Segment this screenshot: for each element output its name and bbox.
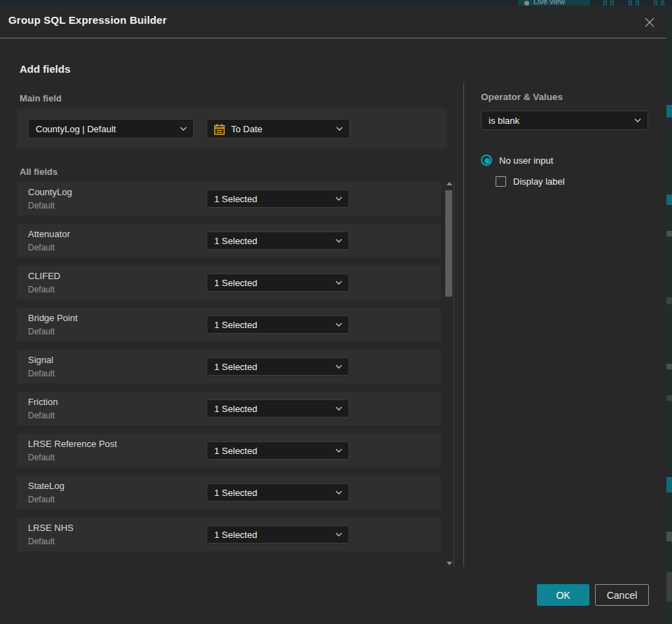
close-icon [644, 17, 655, 28]
no-user-input-label: No user input [499, 155, 553, 166]
main-field-select[interactable]: CountyLog | Default [28, 119, 194, 139]
all-fields-label: All fields [20, 166, 57, 177]
no-user-input-radio[interactable]: No user input [481, 155, 553, 166]
toolbar-icon-fragment [603, 1, 614, 6]
field-row: Attenuator Default 1 Selected [17, 224, 441, 257]
operator-select-value: is blank [489, 115, 519, 126]
main-field-label: Main field [20, 93, 62, 104]
field-subtitle: Default [28, 327, 55, 336]
field-name: StateLog [28, 481, 64, 491]
field-name: Signal [28, 355, 53, 365]
display-label-checkbox[interactable]: Display label [496, 176, 565, 187]
field-values-select-value: 1 Selected [214, 446, 257, 456]
field-subtitle: Default [28, 411, 55, 420]
field-values-select-value: 1 Selected [214, 530, 257, 540]
field-name: CountyLog [28, 187, 72, 197]
field-values-select[interactable]: 1 Selected [206, 399, 349, 418]
field-values-select-value: 1 Selected [214, 362, 257, 372]
field-values-select[interactable]: 1 Selected [206, 525, 349, 544]
status-dot-icon [524, 1, 529, 6]
field-values-select-value: 1 Selected [214, 278, 257, 288]
field-values-select[interactable]: 1 Selected [206, 315, 349, 334]
field-type-select-value: To Date [231, 124, 262, 134]
dialog-title: Group SQL Expression Builder [8, 14, 167, 26]
live-view-button: Live view [518, 0, 590, 6]
chevron-down-icon [335, 281, 342, 285]
chevron-down-icon [335, 406, 342, 411]
chevron-down-icon [634, 118, 641, 122]
cancel-button[interactable]: Cancel [595, 584, 649, 606]
toolbar-icon-fragment [629, 1, 639, 6]
field-values-select[interactable]: 1 Selected [206, 232, 349, 250]
field-row: CLIFED Default 1 Selected [17, 266, 441, 299]
panel-divider [463, 83, 464, 567]
checkbox-icon [496, 176, 506, 187]
field-subtitle: Default [28, 537, 55, 546]
field-row: Signal Default 1 Selected [17, 350, 441, 383]
field-name: Attenuator [28, 229, 70, 239]
chevron-down-icon [335, 197, 342, 201]
field-name: LRSE NHS [28, 523, 74, 533]
field-name: CLIFED [28, 271, 60, 281]
chevron-down-icon [336, 127, 343, 131]
chevron-down-icon [335, 364, 342, 369]
main-field-select-value: CountyLog | Default [36, 124, 116, 134]
calendar-icon [214, 123, 225, 136]
add-fields-heading: Add fields [20, 63, 71, 75]
field-values-select-value: 1 Selected [214, 488, 257, 498]
field-subtitle: Default [28, 243, 55, 253]
field-values-select[interactable]: 1 Selected [206, 274, 349, 292]
all-fields-list: CountyLog Default 1 Selected Attenuator … [17, 182, 441, 560]
chevron-down-icon [335, 490, 342, 495]
chevron-down-icon [180, 127, 187, 131]
field-values-select[interactable]: 1 Selected [206, 483, 349, 502]
field-values-select-value: 1 Selected [214, 404, 257, 414]
chevron-down-icon [335, 448, 342, 453]
chevron-down-icon [335, 239, 342, 243]
live-view-label: Live view [533, 0, 565, 6]
background-app-right-sliver [666, 6, 672, 624]
close-button[interactable] [638, 11, 661, 34]
main-field-panel: CountyLog | Default To Date [17, 108, 447, 148]
field-subtitle: Default [28, 495, 55, 504]
group-sql-expression-builder-dialog: Group SQL Expression Builder Add fields … [0, 6, 666, 624]
toolbar-icon-fragment [654, 1, 664, 6]
field-row: Bridge Point Default 1 Selected [17, 308, 441, 341]
field-values-select-value: 1 Selected [214, 194, 257, 204]
field-subtitle: Default [28, 369, 55, 378]
field-values-select[interactable]: 1 Selected [206, 441, 349, 460]
field-type-select[interactable]: To Date [206, 119, 350, 139]
field-name: LRSE Reference Post [28, 439, 117, 449]
field-row: LRSE NHS Default 1 Selected [17, 518, 441, 551]
field-values-select[interactable]: 1 Selected [206, 357, 349, 376]
dialog-title-bar: Group SQL Expression Builder [0, 6, 666, 38]
scroll-up-arrow-icon[interactable] [447, 182, 452, 185]
chevron-down-icon [335, 532, 342, 537]
operator-values-heading: Operator & Values [481, 92, 563, 102]
field-values-select[interactable]: 1 Selected [206, 190, 349, 208]
field-row: Friction Default 1 Selected [17, 392, 441, 425]
field-name: Friction [28, 397, 58, 407]
field-values-select-value: 1 Selected [214, 236, 257, 246]
radio-button-icon [481, 155, 492, 166]
fields-list-scrollbar[interactable] [445, 180, 454, 567]
operator-select[interactable]: is blank [481, 111, 648, 130]
background-app-top-strip: Live view [0, 0, 672, 6]
scrollbar-thumb[interactable] [445, 190, 452, 297]
display-label-text: Display label [513, 176, 565, 187]
field-subtitle: Default [28, 201, 55, 211]
ok-button[interactable]: OK [537, 584, 589, 606]
field-subtitle: Default [28, 453, 55, 462]
field-subtitle: Default [28, 285, 55, 295]
chevron-down-icon [335, 322, 342, 327]
scroll-down-arrow-icon[interactable] [447, 562, 452, 565]
field-row: StateLog Default 1 Selected [17, 476, 441, 509]
field-row: CountyLog Default 1 Selected [17, 182, 441, 215]
field-row: LRSE Reference Post Default 1 Selected [17, 434, 441, 467]
field-values-select-value: 1 Selected [214, 320, 257, 330]
field-name: Bridge Point [28, 313, 78, 323]
